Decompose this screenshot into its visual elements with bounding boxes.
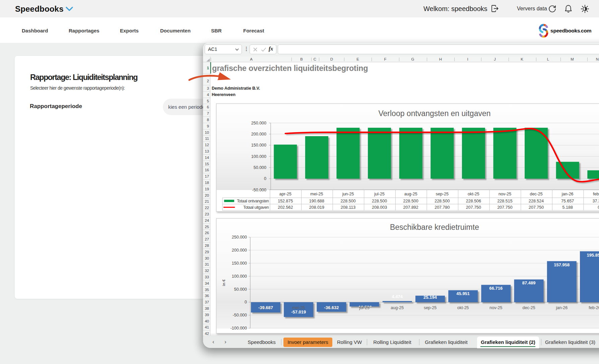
svg-text:207.750: 207.750 [529, 205, 544, 210]
svg-text:-50.000: -50.000 [233, 313, 247, 317]
svg-text:228.506: 228.506 [466, 199, 481, 203]
svg-text:okt-25: okt-25 [468, 192, 479, 196]
svg-text:228.524: 228.524 [529, 199, 544, 203]
svg-text:208.003: 208.003 [372, 205, 387, 210]
svg-text:207.780: 207.780 [435, 205, 450, 210]
svg-text:jun-25: jun-25 [342, 192, 354, 196]
svg-text:nov-25: nov-25 [489, 305, 502, 310]
svg-text:87.489: 87.489 [522, 280, 536, 285]
svg-text:157.958: 157.958 [554, 262, 570, 267]
svg-text:100.000: 100.000 [251, 154, 266, 159]
svg-text:37.372: 37.372 [593, 199, 599, 203]
svg-text:Beschikbare kredietruimte: Beschikbare kredietruimte [390, 223, 479, 232]
svg-text:228.500: 228.500 [340, 199, 355, 203]
svg-text:207.750: 207.750 [466, 205, 481, 210]
svg-text:200.000: 200.000 [232, 248, 247, 253]
svg-text:jan-26: jan-26 [561, 192, 574, 196]
svg-text:250.000: 250.000 [251, 121, 266, 125]
svg-text:150.000: 150.000 [251, 143, 266, 148]
svg-text:-36.632: -36.632 [324, 305, 339, 310]
svg-text:228.500: 228.500 [372, 199, 387, 203]
svg-text:jul-25: jul-25 [374, 192, 385, 196]
svg-text:25.194: 25.194 [423, 295, 437, 300]
svg-text:okt-25: okt-25 [457, 305, 469, 310]
svg-text:sep-25: sep-25 [436, 192, 449, 196]
svg-text:75.657: 75.657 [561, 199, 574, 203]
svg-text:mei-25: mei-25 [310, 192, 323, 196]
svg-text:50.000: 50.000 [254, 165, 266, 170]
svg-text:apr-25: apr-25 [279, 192, 291, 196]
svg-text:228.500: 228.500 [435, 199, 450, 203]
svg-text:dec-25: dec-25 [530, 192, 542, 196]
svg-text:228.500: 228.500 [403, 199, 418, 203]
svg-text:aug-25: aug-25 [391, 305, 404, 310]
svg-text:207.750: 207.750 [497, 205, 512, 210]
svg-text:-39.687: -39.687 [258, 305, 273, 310]
svg-text:228.515: 228.515 [497, 199, 512, 203]
svg-text:in €: in € [222, 279, 226, 286]
svg-text:0: 0 [245, 300, 247, 304]
svg-text:200.000: 200.000 [251, 132, 266, 136]
svg-text:0: 0 [598, 205, 599, 210]
svg-text:dec-25: dec-25 [522, 305, 535, 310]
svg-text:45.951: 45.951 [456, 291, 470, 296]
svg-text:Verloop ontvangsten en uitgave: Verloop ontvangsten en uitgaven [378, 109, 490, 118]
svg-text:sep-25: sep-25 [424, 305, 437, 310]
svg-text:207.892: 207.892 [403, 205, 418, 210]
svg-text:150.000: 150.000 [232, 261, 247, 266]
svg-text:4.474: 4.474 [392, 294, 403, 299]
svg-text:50.000: 50.000 [234, 287, 247, 292]
svg-text:66.716: 66.716 [489, 286, 503, 291]
svg-text:195.853: 195.853 [587, 253, 599, 258]
svg-text:-57.019: -57.019 [291, 309, 306, 314]
svg-text:5.188: 5.188 [562, 205, 573, 210]
svg-text:nov-25: nov-25 [498, 192, 511, 196]
svg-text:-100.000: -100.000 [230, 326, 247, 331]
svg-text:202.562: 202.562 [278, 205, 293, 210]
svg-text:0: 0 [264, 176, 266, 181]
svg-text:100.000: 100.000 [232, 274, 247, 279]
svg-text:aug-25: aug-25 [404, 192, 417, 196]
svg-text:Totaal uitgaven: Totaal uitgaven [243, 205, 269, 210]
svg-text:250.000: 250.000 [232, 235, 247, 240]
svg-text:152.875: 152.875 [278, 199, 293, 203]
svg-text:jan-26: jan-26 [555, 305, 568, 310]
svg-text:190.688: 190.688 [309, 199, 324, 203]
svg-text:208.113: 208.113 [341, 205, 355, 210]
svg-text:208.019: 208.019 [309, 205, 324, 210]
svg-text:Totaal ontvangsten: Totaal ontvangsten [237, 199, 269, 203]
svg-text:feb-26: feb-26 [593, 192, 599, 196]
svg-text:feb-26: feb-26 [589, 305, 599, 310]
svg-text:-50.000: -50.000 [252, 188, 266, 192]
